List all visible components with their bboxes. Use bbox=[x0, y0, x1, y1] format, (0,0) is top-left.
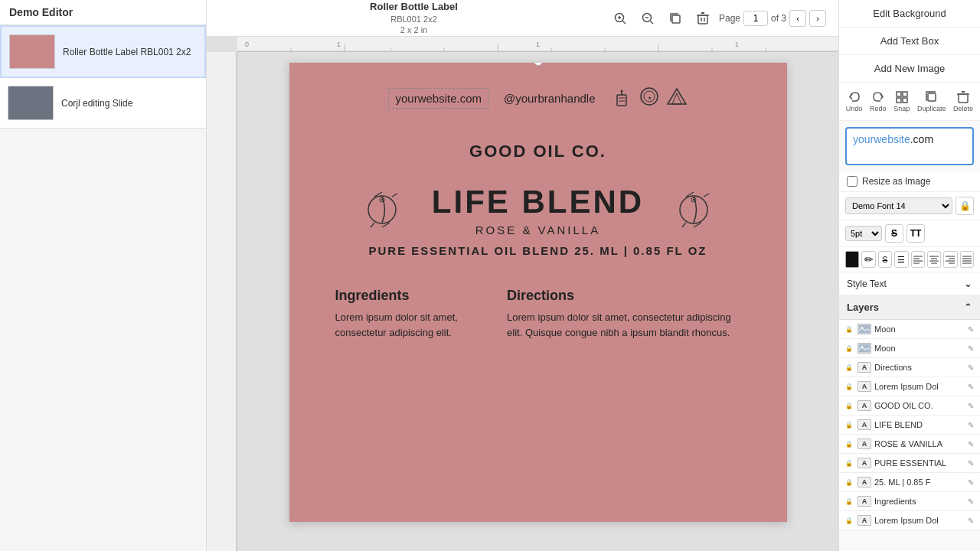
directions-heading: Directions bbox=[507, 288, 740, 304]
product-name-center: LIFE BLEND ROSE & VANILLA bbox=[432, 184, 644, 236]
page-next-button[interactable]: › bbox=[809, 10, 826, 27]
layer-lock-icon: 🔒 bbox=[845, 403, 854, 409]
svg-rect-57 bbox=[928, 93, 936, 101]
layer-edit-icon[interactable]: ✎ bbox=[968, 421, 974, 429]
align-right-button[interactable] bbox=[943, 251, 957, 268]
layer-item[interactable]: 🔒AGOOD OIL CO.✎ bbox=[839, 396, 980, 416]
layer-edit-icon[interactable]: ✎ bbox=[968, 478, 974, 487]
strikethrough-text-button[interactable]: S bbox=[878, 251, 892, 268]
layer-item[interactable]: 🔒A25. ML | 0.85 F✎ bbox=[839, 473, 980, 492]
layer-item[interactable]: 🔒Moon✎ bbox=[839, 339, 980, 358]
layer-item[interactable]: 🔒ALIFE BLEND✎ bbox=[839, 416, 980, 435]
layer-thumbnail: A bbox=[858, 400, 871, 411]
zoom-in-button[interactable] bbox=[609, 7, 632, 30]
layer-edit-icon[interactable]: ✎ bbox=[968, 440, 974, 448]
strikethrough-button[interactable]: S bbox=[885, 224, 903, 243]
align-center-button[interactable] bbox=[927, 251, 941, 268]
layer-name-label: PURE ESSENTIAL bbox=[874, 458, 965, 468]
svg-rect-7 bbox=[672, 15, 680, 23]
text-color-swatch[interactable] bbox=[845, 251, 859, 268]
layer-lock-icon: 🔒 bbox=[845, 517, 854, 524]
slide-list: Roller Bottle Label RBL001 2x2 Corjl edi… bbox=[0, 25, 206, 129]
snap-button[interactable]: Snap bbox=[892, 87, 911, 116]
page-label: Page bbox=[719, 13, 740, 24]
left-sidebar: Demo Editor Roller Bottle Label RBL001 2… bbox=[0, 0, 207, 551]
ruler-top: 0 1 1 1 bbox=[237, 37, 838, 52]
font-size-select[interactable]: 5pt bbox=[845, 226, 882, 241]
label-canvas[interactable]: yourwebsite.com @yourbranhandle bbox=[289, 63, 787, 522]
add-new-image-button[interactable]: Add New Image bbox=[839, 55, 980, 83]
layer-edit-icon[interactable]: ✎ bbox=[968, 383, 974, 391]
undo-button[interactable]: Undo bbox=[844, 87, 864, 116]
list-button[interactable]: ☰ bbox=[894, 251, 908, 268]
layer-edit-icon[interactable]: ✎ bbox=[968, 402, 974, 410]
layer-thumbnail: A bbox=[858, 477, 871, 487]
svg-text:0: 0 bbox=[245, 41, 249, 48]
layer-item[interactable]: 🔒AIngredients✎ bbox=[839, 492, 980, 511]
style-text-label: Style Text bbox=[847, 279, 887, 289]
layer-edit-icon[interactable]: ✎ bbox=[968, 364, 974, 372]
edit-background-button[interactable]: Edit Background bbox=[839, 0, 980, 28]
svg-rect-53 bbox=[897, 92, 901, 96]
delete-button[interactable] bbox=[691, 7, 714, 30]
layer-item[interactable]: 🔒ALorem Ipsum Dol✎ bbox=[839, 511, 980, 530]
align-left-button[interactable] bbox=[911, 251, 925, 268]
layer-lock-icon: 🔒 bbox=[845, 326, 854, 333]
layer-edit-icon[interactable]: ✎ bbox=[968, 517, 974, 525]
main-area: Roller Bottle Label RBL001 2x2 2 x 2 in … bbox=[207, 0, 838, 551]
brand-center: GOOD OIL CO. bbox=[289, 119, 787, 175]
svg-rect-54 bbox=[903, 92, 907, 96]
layer-item[interactable]: 🔒APURE ESSENTIAL✎ bbox=[839, 454, 980, 473]
layer-thumbnail: A bbox=[858, 362, 871, 373]
ingredients-heading: Ingredients bbox=[335, 288, 462, 304]
product-icon-3 bbox=[666, 86, 688, 111]
icons-group: ★ bbox=[611, 86, 688, 111]
layer-thumbnail bbox=[858, 324, 871, 334]
layer-edit-icon[interactable]: ✎ bbox=[968, 325, 974, 334]
layer-name-label: 25. ML | 0.85 F bbox=[874, 478, 965, 487]
style-text-row[interactable]: Style Text ⌄ bbox=[839, 272, 980, 295]
layer-item[interactable]: 🔒AROSE & VANILLA✎ bbox=[839, 435, 980, 454]
justify-button[interactable] bbox=[960, 251, 974, 268]
layer-edit-icon[interactable]: ✎ bbox=[968, 344, 974, 353]
doc-name: Roller Bottle Label bbox=[225, 1, 603, 14]
layer-item[interactable]: 🔒ALorem Ipsum Dol✎ bbox=[839, 377, 980, 396]
svg-line-1 bbox=[622, 21, 626, 24]
website-text-box[interactable]: yourwebsite.com bbox=[388, 88, 488, 109]
layer-name-label: Ingredients bbox=[874, 497, 965, 506]
product-name-row: LIFE BLEND ROSE & VANILLA bbox=[289, 183, 787, 236]
slide-item-1[interactable]: Roller Bottle Label RBL001 2x2 bbox=[0, 25, 206, 78]
copy-button[interactable] bbox=[664, 7, 687, 30]
highlight-button[interactable]: ✏ bbox=[861, 251, 875, 268]
font-lock-button[interactable]: 🔒 bbox=[956, 197, 974, 215]
page-of: of 3 bbox=[771, 13, 786, 24]
add-text-box-button[interactable]: Add Text Box bbox=[839, 28, 980, 55]
page-input[interactable] bbox=[743, 11, 768, 26]
page-prev-button[interactable]: ‹ bbox=[789, 10, 806, 27]
font-select[interactable]: Demo Font 14 bbox=[845, 197, 952, 214]
text-edit-input[interactable]: yourwebsite.com bbox=[845, 127, 974, 165]
label-top-section: yourwebsite.com @yourbranhandle bbox=[289, 63, 787, 119]
ingredients-column: Ingredients Lorem ipsum dolor sit amet, … bbox=[335, 288, 462, 340]
resize-as-image-row: Resize as Image bbox=[839, 171, 980, 192]
layer-edit-icon[interactable]: ✎ bbox=[968, 497, 974, 506]
ingredients-text: Lorem ipsum dolor sit amet, consectetur … bbox=[335, 310, 462, 340]
svg-marker-37 bbox=[668, 89, 686, 104]
redo-button[interactable]: Redo bbox=[868, 87, 888, 116]
page-navigation: Page of 3 ‹ › bbox=[719, 10, 826, 27]
layer-item[interactable]: 🔒ADirections✎ bbox=[839, 358, 980, 377]
canvas-area: 0 1 1 1 bbox=[207, 37, 838, 551]
resize-as-image-checkbox[interactable] bbox=[847, 176, 858, 187]
duplicate-button[interactable]: Duplicate bbox=[916, 87, 948, 116]
layer-thumbnail bbox=[858, 343, 871, 354]
slide-item-2[interactable]: Corjl editing Slide bbox=[0, 78, 206, 129]
zoom-out-button[interactable] bbox=[636, 7, 659, 30]
product-sub-text: ROSE & VANILLA bbox=[432, 223, 644, 236]
layer-thumbnail: A bbox=[858, 515, 871, 526]
layer-thumbnail: A bbox=[858, 458, 871, 468]
layer-edit-icon[interactable]: ✎ bbox=[968, 459, 974, 468]
delete-right-button[interactable]: Delete bbox=[952, 87, 975, 116]
bold-button[interactable]: TT bbox=[906, 224, 925, 243]
layers-header[interactable]: Layers ⌃ bbox=[839, 295, 980, 320]
layer-item[interactable]: 🔒Moon✎ bbox=[839, 320, 980, 339]
